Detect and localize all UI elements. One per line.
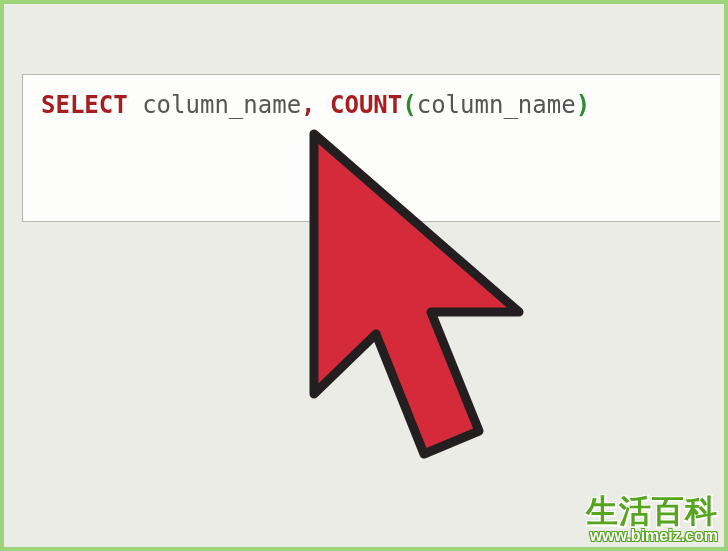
- illustration-canvas: SELECT column_name, COUNT(column_name) 生…: [0, 0, 728, 551]
- code-token: COUNT: [330, 91, 402, 119]
- code-token: column_name: [142, 91, 301, 119]
- code-token: ,: [301, 91, 315, 119]
- sql-code-box: SELECT column_name, COUNT(column_name): [22, 74, 720, 222]
- code-token: (: [402, 91, 416, 119]
- watermark: 生活百科 www.bimeiz.com: [586, 495, 718, 545]
- code-token: ): [576, 91, 590, 119]
- code-token: [128, 91, 142, 119]
- code-line: SELECT column_name, COUNT(column_name): [41, 91, 590, 119]
- code-token: SELECT: [41, 91, 128, 119]
- watermark-url: www.bimeiz.com: [586, 528, 718, 545]
- code-token: column_name: [417, 91, 576, 119]
- code-token: [316, 91, 330, 119]
- watermark-brand: 生活百科: [586, 495, 718, 529]
